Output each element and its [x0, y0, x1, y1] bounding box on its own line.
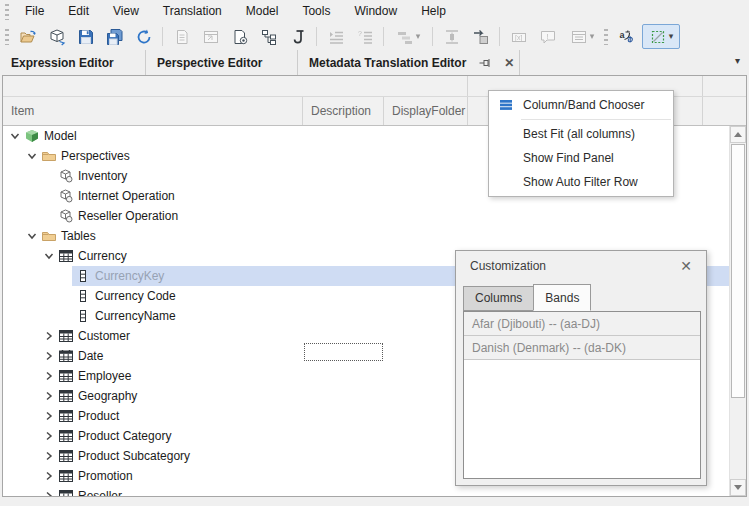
chevron-right-icon[interactable]: [42, 429, 56, 443]
menu-help[interactable]: Help: [409, 1, 458, 22]
column-icon: [75, 288, 91, 304]
toolbar-grip[interactable]: [604, 29, 608, 45]
column-icon: [75, 308, 91, 324]
column-header-description[interactable]: Description: [303, 97, 384, 125]
tree-node-label: Currency Code: [95, 289, 176, 303]
fit-height-button[interactable]: [438, 24, 465, 49]
customization-tab-columns[interactable]: Columns: [463, 286, 534, 311]
menu-item-show-auto-filter-row[interactable]: Show Auto Filter Row: [489, 170, 673, 194]
preview-button[interactable]: [197, 24, 224, 49]
save-button[interactable]: [72, 24, 99, 49]
chevron-down-icon[interactable]: ▾: [590, 32, 595, 41]
menu-item-best-fit-all-columns-[interactable]: Best Fit (all columns): [489, 122, 673, 146]
hierarchy-button[interactable]: [255, 24, 282, 49]
column-header-item[interactable]: Item: [3, 97, 303, 125]
numbered-list-button[interactable]: ?: [351, 24, 378, 49]
tree-node-label: Employee: [78, 369, 131, 383]
tree-row-reseller[interactable]: Reseller: [3, 486, 729, 497]
menu-view[interactable]: View: [101, 1, 151, 22]
tree-row-reseller-operation[interactable]: Reseller Operation: [3, 206, 729, 226]
vertical-scrollbar[interactable]: [729, 126, 746, 496]
menu-tools[interactable]: Tools: [290, 1, 342, 22]
goto-arrow-icon: [472, 28, 490, 46]
band-cell[interactable]: [3, 76, 468, 96]
customization-title: Customization: [470, 259, 546, 273]
tree-row-tables[interactable]: Tables: [3, 226, 729, 246]
table-icon: [58, 428, 74, 444]
tree-node-label: Reseller: [78, 489, 122, 497]
chevron-right-icon[interactable]: [42, 329, 56, 343]
scroll-down-button[interactable]: [730, 479, 746, 496]
toolbar-separator: [383, 27, 384, 46]
translate-button[interactable]: a: [613, 24, 640, 49]
column-header-displayfolder[interactable]: DisplayFolder: [384, 97, 468, 125]
save-all-button[interactable]: [101, 24, 128, 49]
customization-tabs: ColumnsBands: [463, 284, 590, 311]
layout-button[interactable]: ▾: [389, 24, 427, 49]
menubar-grip[interactable]: [5, 4, 9, 20]
menu-edit[interactable]: Edit: [56, 1, 101, 22]
focus-cell[interactable]: [304, 343, 383, 361]
menu-translation[interactable]: Translation: [151, 1, 234, 22]
chevron-down-icon[interactable]: [8, 129, 22, 143]
close-icon[interactable]: ✕: [500, 56, 518, 70]
chevron-right-icon[interactable]: [42, 489, 56, 497]
tab-overflow-chevron-down-icon[interactable]: ▾: [735, 55, 740, 66]
tab-perspective-editor[interactable]: Perspective Editor: [146, 50, 298, 75]
tree-node-label: Perspectives: [61, 149, 130, 163]
textbox-icon: [x]: [510, 28, 528, 46]
document-button[interactable]: [168, 24, 195, 49]
deploy-model-button[interactable]: [43, 24, 70, 49]
model-icon: [24, 128, 40, 144]
band-item[interactable]: Danish (Denmark) -- (da-DK): [464, 336, 700, 360]
band-item[interactable]: Afar (Djibouti) -- (aa-DJ): [464, 312, 700, 336]
comment-button[interactable]: !: [534, 24, 561, 49]
chevron-right-icon[interactable]: [42, 409, 56, 423]
menu-window[interactable]: Window: [342, 1, 409, 22]
comment-icon: !: [539, 28, 557, 46]
layout-bars-icon: [396, 28, 414, 46]
highlight-cells-toggle[interactable]: ▾: [642, 24, 680, 49]
triangle-up-icon: [734, 132, 742, 137]
open-button[interactable]: [14, 24, 41, 49]
chevron-down-icon[interactable]: [25, 149, 39, 163]
tree-node-label: Promotion: [78, 469, 133, 483]
chevron-right-icon[interactable]: [42, 349, 56, 363]
numbered-list-icon: ?: [356, 28, 374, 46]
open-icon: [19, 28, 37, 46]
form-button[interactable]: ▾: [563, 24, 601, 49]
chevron-down-icon[interactable]: [42, 249, 56, 263]
scrollbar-thumb[interactable]: [731, 144, 745, 398]
toolbar-separator: [316, 27, 317, 46]
chevron-down-icon[interactable]: ▾: [416, 32, 421, 41]
goto-button[interactable]: [467, 24, 494, 49]
menu-model[interactable]: Model: [234, 1, 291, 22]
refresh-button[interactable]: [130, 24, 157, 49]
customization-tab-bands[interactable]: Bands: [533, 284, 591, 311]
chevron-right-icon[interactable]: [42, 369, 56, 383]
script-button[interactable]: [226, 24, 253, 49]
chevron-right-icon[interactable]: [42, 449, 56, 463]
tab-metadata-translation-editor[interactable]: Metadata Translation Editor✕: [298, 50, 520, 75]
tab-expression-editor[interactable]: Expression Editor: [0, 50, 146, 75]
menubar: FileEditViewTranslationModelToolsWindowH…: [0, 0, 749, 23]
menu-item-show-find-panel[interactable]: Show Find Panel: [489, 146, 673, 170]
chevron-down-icon[interactable]: [25, 229, 39, 243]
textbox-button[interactable]: [x]: [505, 24, 532, 49]
scroll-up-button[interactable]: [730, 126, 746, 143]
chevron-right-icon[interactable]: [42, 469, 56, 483]
pin-icon[interactable]: [478, 56, 492, 70]
indent-button[interactable]: [322, 24, 349, 49]
menu-item-column-band-chooser[interactable]: Column/Band Chooser: [489, 93, 673, 117]
folder-icon: [41, 228, 57, 244]
table-icon: [58, 328, 74, 344]
chevron-down-icon[interactable]: ▾: [669, 32, 674, 41]
json-script-button[interactable]: [284, 24, 311, 49]
menu-item-label: Show Find Panel: [523, 151, 614, 165]
customization-close-icon[interactable]: ✕: [676, 256, 696, 276]
menu-item-label: Show Auto Filter Row: [523, 175, 638, 189]
chevron-right-icon[interactable]: [42, 389, 56, 403]
toolbar-grip[interactable]: [5, 29, 9, 45]
menu-file[interactable]: File: [13, 1, 56, 22]
fit-height-icon: [443, 28, 461, 46]
